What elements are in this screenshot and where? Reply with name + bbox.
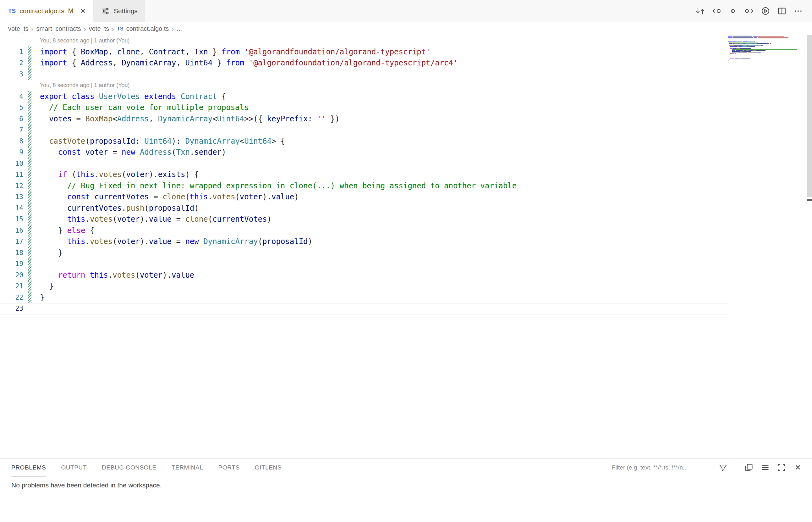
git-added-gutter-decoration[interactable] xyxy=(28,58,32,69)
line-number[interactable]: 7 xyxy=(0,124,23,136)
panel-tab-terminal[interactable]: TERMINAL xyxy=(171,459,203,476)
breadcrumb-item[interactable]: vote_ts xyxy=(89,25,109,33)
code-line[interactable]: 1import { BoxMap, clone, Contract, Txn }… xyxy=(0,46,728,58)
line-number[interactable]: 4 xyxy=(0,91,23,102)
git-added-gutter-decoration[interactable] xyxy=(28,181,32,192)
git-added-gutter-decoration[interactable] xyxy=(28,203,32,214)
git-added-gutter-decoration[interactable] xyxy=(28,281,32,292)
close-tab-icon[interactable]: ✕ xyxy=(80,7,86,15)
code-line[interactable]: 7 xyxy=(0,124,728,136)
view-as-table-icon[interactable] xyxy=(744,463,753,472)
line-number[interactable]: 12 xyxy=(0,181,23,192)
compare-changes-icon[interactable] xyxy=(696,6,705,15)
breadcrumb-item-file[interactable]: contract.algo.ts xyxy=(126,25,169,33)
breadcrumb-item-symbol[interactable]: ... xyxy=(176,25,182,33)
line-number[interactable]: 17 xyxy=(0,236,23,247)
git-added-gutter-decoration[interactable] xyxy=(28,102,32,114)
close-panel-icon[interactable]: ✕ xyxy=(793,463,803,472)
git-added-gutter-decoration[interactable] xyxy=(28,158,32,169)
run-button-icon[interactable] xyxy=(761,6,770,15)
codelens-text[interactable]: You, 8 seconds ago | 1 author (You) xyxy=(40,80,130,91)
line-number[interactable]: 15 xyxy=(0,214,23,225)
git-added-gutter-decoration[interactable] xyxy=(28,69,32,80)
code-line[interactable]: 3 xyxy=(0,69,728,80)
git-added-gutter-decoration[interactable] xyxy=(28,270,32,281)
split-editor-icon[interactable] xyxy=(777,6,786,15)
next-change-icon[interactable] xyxy=(745,6,753,15)
problems-filter-input[interactable] xyxy=(608,461,730,474)
tab-contract-algo-ts[interactable]: TS contract.algo.ts M ✕ xyxy=(0,0,93,22)
breadcrumb-item[interactable]: vote_ts xyxy=(8,25,28,33)
git-added-gutter-decoration[interactable] xyxy=(28,136,32,147)
git-added-gutter-decoration[interactable] xyxy=(28,214,32,225)
line-number[interactable]: 10 xyxy=(0,158,23,169)
git-added-gutter-decoration[interactable] xyxy=(28,147,32,158)
filter-funnel-icon[interactable] xyxy=(719,463,727,472)
git-added-gutter-decoration[interactable] xyxy=(28,292,32,303)
minimap[interactable] xyxy=(728,35,798,62)
panel-tab-problems[interactable]: PROBLEMS xyxy=(11,459,46,476)
git-added-gutter-decoration[interactable] xyxy=(28,236,32,247)
code-line[interactable]: 9 const voter = new Address(Txn.sender) xyxy=(0,147,728,158)
line-number[interactable]: 6 xyxy=(0,114,23,125)
code-line[interactable]: 12 // Bug Fixed in next line: wrapped ex… xyxy=(0,181,728,192)
code-line[interactable]: 19 xyxy=(0,259,728,270)
line-number[interactable]: 8 xyxy=(0,136,23,147)
open-change-icon[interactable] xyxy=(728,6,737,15)
code-line[interactable]: 2import { Address, DynamicArray, Uint64 … xyxy=(0,58,728,69)
line-number[interactable]: 3 xyxy=(0,69,23,80)
line-number[interactable]: 16 xyxy=(0,225,23,237)
tab-settings[interactable]: Settings xyxy=(93,0,145,22)
collapse-all-icon[interactable] xyxy=(761,463,770,472)
git-added-gutter-decoration[interactable] xyxy=(28,114,32,125)
line-number[interactable]: 21 xyxy=(0,281,23,292)
line-number[interactable]: 23 xyxy=(0,303,23,315)
code-line[interactable]: 20 return this.votes(voter).value xyxy=(0,270,728,281)
code-line[interactable]: 18 } xyxy=(0,247,728,259)
line-number[interactable]: 1 xyxy=(0,46,23,58)
code-line[interactable]: 11 if (this.votes(voter).exists) { xyxy=(0,169,728,181)
git-added-gutter-decoration[interactable] xyxy=(28,124,32,136)
code-line[interactable]: 5 // Each user can vote for multiple pro… xyxy=(0,102,728,114)
git-added-gutter-decoration[interactable] xyxy=(28,169,32,181)
line-number[interactable]: 5 xyxy=(0,102,23,114)
code-line[interactable]: 21 } xyxy=(0,281,728,292)
code-line[interactable]: 10 xyxy=(0,158,728,169)
maximize-panel-icon[interactable] xyxy=(777,463,786,472)
line-number[interactable]: 18 xyxy=(0,247,23,259)
line-number[interactable]: 11 xyxy=(0,169,23,181)
scrollbar-thumb[interactable] xyxy=(807,35,812,197)
line-number[interactable]: 19 xyxy=(0,259,23,270)
git-added-gutter-decoration[interactable] xyxy=(28,91,32,102)
code-line[interactable]: 14 currentVotes.push(proposalId) xyxy=(0,203,728,214)
code-line[interactable]: 17 this.votes(voter).value = new Dynamic… xyxy=(0,236,728,247)
codelens-text[interactable]: You, 8 seconds ago | 1 author (You) xyxy=(40,35,130,46)
code-line[interactable]: 13 const currentVotes = clone(this.votes… xyxy=(0,192,728,203)
panel-tab-gitlens[interactable]: GITLENS xyxy=(255,459,282,476)
code-line[interactable]: 8 castVote(proposalId: Uint64): DynamicA… xyxy=(0,136,728,147)
breadcrumb-item[interactable]: smart_contracts xyxy=(36,25,81,33)
line-number[interactable]: 9 xyxy=(0,147,23,158)
git-added-gutter-decoration[interactable] xyxy=(28,247,32,259)
git-added-gutter-decoration[interactable] xyxy=(28,259,32,270)
panel-tab-ports[interactable]: PORTS xyxy=(218,459,240,476)
editor-scrollbar[interactable] xyxy=(807,35,812,459)
line-number[interactable]: 13 xyxy=(0,192,23,203)
code-editor[interactable]: You, 8 seconds ago | 1 author (You)1impo… xyxy=(0,35,728,315)
code-line[interactable]: 4export class UserVotes extends Contract… xyxy=(0,91,728,102)
more-actions-icon[interactable]: ⋯ xyxy=(794,6,803,15)
panel-tab-output[interactable]: OUTPUT xyxy=(61,459,87,476)
code-line[interactable]: 16 } else { xyxy=(0,225,728,237)
previous-change-icon[interactable] xyxy=(712,6,721,15)
line-number[interactable]: 20 xyxy=(0,270,23,281)
code-line[interactable]: 15 this.votes(voter).value = clone(curre… xyxy=(0,214,728,225)
git-added-gutter-decoration[interactable] xyxy=(28,192,32,203)
git-added-gutter-decoration[interactable] xyxy=(28,46,32,58)
line-number[interactable]: 2 xyxy=(0,58,23,69)
panel-tab-debug-console[interactable]: DEBUG CONSOLE xyxy=(102,459,157,476)
line-number[interactable]: 14 xyxy=(0,203,23,214)
line-number[interactable]: 22 xyxy=(0,292,23,303)
code-line[interactable]: 6 votes = BoxMap<Address, DynamicArray<U… xyxy=(0,114,728,125)
git-added-gutter-decoration[interactable] xyxy=(28,225,32,237)
code-line[interactable]: 23 xyxy=(0,303,728,315)
